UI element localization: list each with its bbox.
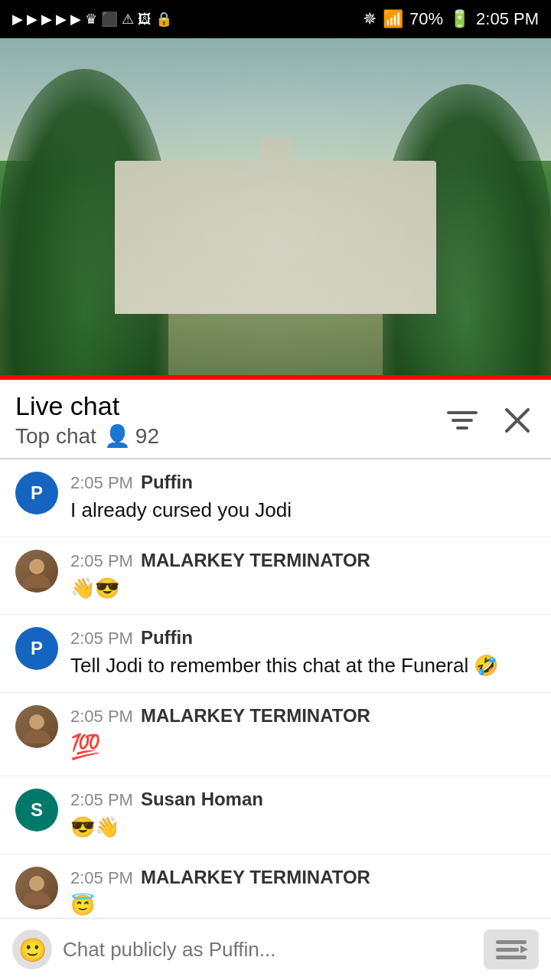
chat-input[interactable] — [63, 929, 473, 969]
svg-point-10 — [23, 891, 51, 905]
chat-message: 2:05 PM MALARKEY TERMINATOR 👋😎 — [0, 537, 551, 615]
chat-message: P 2:05 PM Puffin I already cursed you Jo… — [0, 459, 551, 537]
message-content: 2:05 PM MALARKEY TERMINATOR 😇 — [70, 867, 536, 919]
svg-marker-16 — [520, 946, 528, 953]
svg-rect-15 — [496, 956, 527, 959]
chat-messages-list: P 2:05 PM Puffin I already cursed you Jo… — [0, 459, 551, 980]
top-chat-row: Top chat 👤 92 — [15, 423, 159, 449]
message-text: 😎👋 — [70, 813, 536, 841]
message-meta: 2:05 PM Puffin — [70, 627, 536, 648]
message-author: MALARKEY TERMINATOR — [141, 867, 370, 888]
svg-point-5 — [29, 559, 44, 574]
message-author: Puffin — [141, 472, 193, 493]
message-content: 2:05 PM MALARKEY TERMINATOR 💯 — [70, 705, 536, 764]
message-content: 2:05 PM MALARKEY TERMINATOR 👋😎 — [70, 550, 536, 602]
message-text: 😇 — [70, 891, 536, 919]
status-right: ✵ 📶 70% 🔋 2:05 PM — [363, 9, 539, 29]
message-content: 2:05 PM Puffin Tell Jodi to remember thi… — [70, 627, 536, 679]
message-author: MALARKEY TERMINATOR — [141, 550, 370, 571]
battery-icon: 🔋 — [449, 9, 470, 29]
svg-point-6 — [23, 574, 51, 588]
message-author: Susan Homan — [141, 789, 263, 810]
message-time: 2:05 PM — [70, 868, 133, 888]
svg-rect-0 — [447, 411, 478, 414]
message-text: Tell Jodi to remember this chat at the F… — [70, 652, 536, 679]
message-meta: 2:05 PM MALARKEY TERMINATOR — [70, 705, 536, 727]
message-text: 👋😎 — [70, 574, 536, 602]
svg-point-7 — [29, 714, 44, 730]
avatar: P — [15, 627, 58, 670]
video-player[interactable] — [0, 38, 551, 375]
battery-level: 70% — [409, 9, 443, 29]
message-content: 2:05 PM Puffin I already cursed you Jodi — [70, 472, 536, 524]
svg-rect-13 — [496, 940, 527, 944]
send-icon — [494, 936, 528, 963]
chat-message: P 2:05 PM Puffin Tell Jodi to remember t… — [0, 615, 551, 692]
close-button[interactable] — [499, 402, 536, 439]
svg-point-9 — [29, 876, 44, 891]
svg-point-8 — [23, 730, 51, 743]
person-avatar-icon — [20, 554, 54, 588]
chat-message: 2:05 PM MALARKEY TERMINATOR 💯 — [0, 693, 551, 777]
avatar — [15, 550, 58, 593]
bluetooth-icon: ✵ — [363, 9, 377, 29]
live-chat-title: Live chat — [15, 392, 159, 420]
message-meta: 2:05 PM Puffin — [70, 472, 536, 493]
message-time: 2:05 PM — [70, 629, 133, 648]
avatar — [15, 705, 58, 748]
message-meta: 2:05 PM MALARKEY TERMINATOR — [70, 550, 536, 571]
wifi-icon: 📶 — [383, 9, 403, 29]
message-meta: 2:05 PM Susan Homan — [70, 789, 536, 810]
time: 2:05 PM — [476, 9, 539, 29]
status-bar: ▶ ▶ ▶ ▶ ▶ ♛ ⬛ ⚠ 🖼 🔒 ✵ 📶 70% 🔋 2:05 PM — [0, 0, 551, 38]
emoji-icon: 🙂 — [18, 936, 47, 963]
svg-rect-2 — [456, 426, 468, 430]
avatar: P — [15, 472, 58, 514]
viewer-icon: 👤 — [104, 423, 131, 449]
chat-header-right — [444, 402, 536, 439]
emoji-button[interactable]: 🙂 — [12, 929, 52, 969]
message-author: MALARKEY TERMINATOR — [141, 705, 370, 727]
avatar — [15, 867, 58, 910]
top-chat-label: Top chat — [15, 424, 96, 449]
chat-header: Live chat Top chat 👤 92 — [0, 380, 551, 459]
message-text: 💯 — [70, 730, 536, 764]
chat-input-area: 🙂 — [0, 918, 551, 980]
send-button[interactable] — [484, 929, 539, 969]
svg-rect-1 — [452, 419, 473, 422]
message-text: I already cursed you Jodi — [70, 496, 536, 524]
message-time: 2:05 PM — [70, 551, 133, 571]
message-author: Puffin — [141, 627, 193, 648]
message-time: 2:05 PM — [70, 790, 133, 810]
svg-rect-14 — [496, 948, 519, 952]
message-meta: 2:05 PM MALARKEY TERMINATOR — [70, 867, 536, 888]
app-icons: ▶ ▶ ▶ ▶ ▶ ♛ ⬛ ⚠ 🖼 🔒 — [12, 11, 172, 28]
status-icons-left: ▶ ▶ ▶ ▶ ▶ ♛ ⬛ ⚠ 🖼 🔒 — [12, 11, 172, 28]
message-content: 2:05 PM Susan Homan 😎👋 — [70, 789, 536, 841]
viewer-count: 👤 92 — [104, 423, 159, 449]
video-overlay — [0, 38, 551, 375]
chat-header-left: Live chat Top chat 👤 92 — [15, 392, 159, 449]
close-icon — [504, 407, 531, 434]
viewer-number: 92 — [135, 424, 159, 449]
avatar: S — [15, 789, 58, 831]
filter-icon — [447, 408, 478, 433]
message-time: 2:05 PM — [70, 473, 133, 493]
chat-message: S 2:05 PM Susan Homan 😎👋 — [0, 776, 551, 854]
filter-button[interactable] — [444, 402, 481, 439]
message-time: 2:05 PM — [70, 707, 133, 727]
person-avatar-icon — [20, 710, 54, 743]
person-avatar-icon — [20, 871, 54, 905]
